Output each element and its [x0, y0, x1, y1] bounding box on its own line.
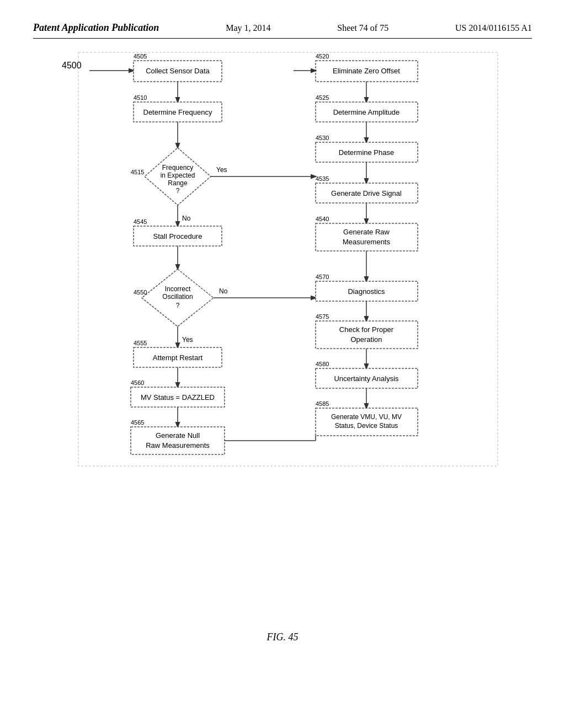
svg-text:Status, Device Status: Status, Device Status	[335, 422, 398, 430]
svg-text:MV Status = DAZZLED: MV Status = DAZZLED	[141, 393, 215, 402]
svg-text:?: ?	[176, 187, 180, 195]
svg-text:Diagnostics: Diagnostics	[348, 287, 385, 296]
svg-text:Generate VMU, VU, MV: Generate VMU, VU, MV	[331, 413, 402, 421]
svg-text:Eliminate Zero Offset: Eliminate Zero Offset	[333, 67, 400, 75]
svg-text:Oscillation: Oscillation	[162, 293, 193, 301]
svg-text:Attempt Restart: Attempt Restart	[153, 354, 203, 362]
svg-text:Generate Raw: Generate Raw	[343, 228, 390, 236]
svg-text:?: ?	[176, 302, 180, 309]
svg-text:4555: 4555	[134, 340, 147, 346]
svg-text:Raw Measurements: Raw Measurements	[146, 441, 210, 449]
svg-text:4545: 4545	[134, 218, 147, 225]
svg-text:4580: 4580	[316, 361, 329, 367]
svg-text:4570: 4570	[316, 274, 329, 280]
svg-text:Frequency: Frequency	[162, 164, 194, 172]
figure-label: FIG. 45	[45, 631, 520, 643]
svg-text:Yes: Yes	[182, 336, 193, 344]
svg-text:Generate Null: Generate Null	[156, 431, 200, 440]
svg-text:Uncertainty Analysis: Uncertainty Analysis	[334, 374, 399, 383]
page-header: Patent Application Publication May 1, 20…	[33, 22, 532, 39]
svg-text:4535: 4535	[316, 175, 329, 182]
svg-text:Determine Amplitude: Determine Amplitude	[333, 108, 400, 116]
svg-text:Collect Sensor Data: Collect Sensor Data	[146, 67, 210, 75]
svg-text:Range: Range	[168, 179, 188, 187]
flowchart-svg: Collect Sensor Data 4505 Determine Frequ…	[45, 50, 520, 629]
svg-text:No: No	[219, 287, 228, 295]
svg-text:4585: 4585	[316, 400, 329, 407]
publication-title: Patent Application Publication	[33, 22, 159, 34]
publication-date: May 1, 2014	[226, 23, 270, 33]
sheet-info: Sheet 74 of 75	[337, 23, 388, 33]
svg-text:Yes: Yes	[216, 166, 227, 174]
svg-text:No: No	[182, 215, 191, 222]
svg-text:4520: 4520	[316, 53, 329, 60]
svg-text:Operation: Operation	[350, 335, 382, 344]
svg-text:Determine Frequency: Determine Frequency	[143, 108, 212, 116]
svg-text:Incorrect: Incorrect	[165, 285, 191, 293]
node-4500-label: 4500	[62, 61, 82, 71]
svg-text:4525: 4525	[316, 94, 329, 101]
svg-text:4505: 4505	[134, 53, 147, 60]
svg-text:Check for Proper: Check for Proper	[339, 325, 394, 334]
svg-text:4575: 4575	[316, 313, 329, 320]
patent-number: US 2014/0116155 A1	[455, 23, 532, 33]
svg-text:Measurements: Measurements	[343, 238, 390, 246]
svg-text:4565: 4565	[131, 419, 144, 426]
page: Patent Application Publication May 1, 20…	[0, 0, 565, 728]
svg-text:4550: 4550	[134, 289, 147, 296]
svg-text:4540: 4540	[316, 216, 329, 222]
svg-text:4510: 4510	[134, 94, 147, 101]
svg-text:4530: 4530	[316, 135, 329, 141]
svg-text:Generate Drive Signal: Generate Drive Signal	[331, 189, 402, 197]
svg-text:Determine Phase: Determine Phase	[339, 148, 394, 157]
svg-text:in Expected: in Expected	[161, 172, 195, 179]
svg-text:4560: 4560	[131, 379, 144, 386]
svg-text:4515: 4515	[131, 169, 144, 175]
svg-text:Stall Procedure: Stall Procedure	[153, 232, 202, 240]
